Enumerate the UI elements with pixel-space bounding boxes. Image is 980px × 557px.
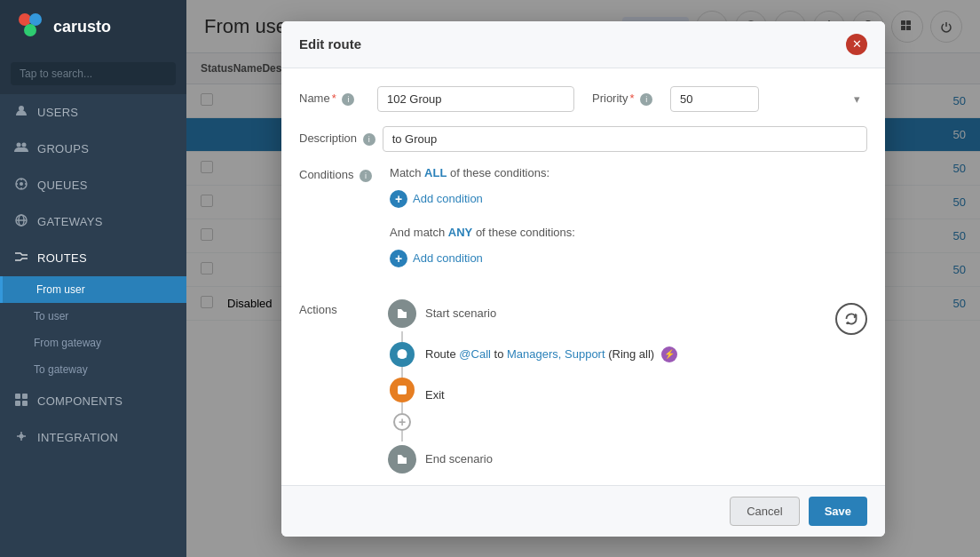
from-gateway-label: From gateway <box>34 337 101 349</box>
routes-icon <box>14 250 28 267</box>
add-all-condition-button[interactable]: + Add condition <box>390 187 483 211</box>
conditions-content: Match ALL of these conditions: + Add con… <box>390 166 867 285</box>
sidebar-item-from-gateway[interactable]: From gateway <box>0 330 186 356</box>
sidebar-routes-label: ROUTES <box>37 251 87 265</box>
vline2 <box>401 402 403 413</box>
start-scenario-label: Start scenario <box>425 306 496 320</box>
actions-timeline: Start scenario <box>388 299 826 473</box>
add-step-button[interactable]: + <box>393 413 411 431</box>
sidebar-item-from-user[interactable]: From user <box>0 276 186 303</box>
priority-required: * <box>629 92 634 105</box>
refresh-container <box>835 299 867 473</box>
end-icon <box>388 445 416 473</box>
name-info-icon[interactable]: i <box>342 93 354 106</box>
start-icon <box>388 299 416 328</box>
all-conditions-section: Match ALL of these conditions: + Add con… <box>390 166 867 211</box>
description-row: Description i <box>299 126 867 152</box>
step1-link2[interactable]: Managers, Support <box>507 346 605 360</box>
sidebar-item-routes[interactable]: ROUTES <box>0 240 186 276</box>
description-input[interactable] <box>383 126 867 152</box>
step1-content: Route @Call to Managers, Support (Ring a… <box>416 331 677 378</box>
modal-footer: Cancel Save <box>281 485 885 537</box>
svg-rect-12 <box>15 401 20 406</box>
sidebar-item-to-user[interactable]: To user <box>0 303 186 330</box>
modal-body: Name* i Priority* i 50 1 <box>281 68 885 485</box>
priority-group: Priority* i 50 100 10 ▾ <box>592 86 867 112</box>
integration-icon <box>14 429 28 446</box>
svg-point-5 <box>22 143 27 147</box>
logo-text: carusto <box>53 18 111 36</box>
vline1 <box>401 331 403 342</box>
gateways-icon <box>14 213 28 230</box>
main-content: From user selected 1 <box>186 0 980 557</box>
sidebar-item-gateways[interactable]: GATEWAYS <box>0 203 186 240</box>
carusto-logo-icon <box>14 11 46 43</box>
modal-overlay: Edit route ✕ Name* i Prio <box>186 0 980 557</box>
name-group: Name* i <box>299 86 574 112</box>
add-step-container: + <box>388 413 826 442</box>
sidebar-groups-label: GROUPS <box>37 142 89 155</box>
svg-point-2 <box>24 24 36 36</box>
actions-content: Start scenario <box>388 299 867 473</box>
sidebar-integration-label: INTEGRATION <box>37 431 118 444</box>
end-dot-container <box>388 445 416 473</box>
refresh-button[interactable] <box>835 303 867 335</box>
name-label: Name* i <box>299 92 370 106</box>
sidebar-item-to-gateway[interactable]: To gateway <box>0 356 186 383</box>
svg-point-7 <box>20 182 23 186</box>
sidebar-item-users[interactable]: USERS <box>0 94 186 131</box>
svg-point-4 <box>17 143 21 147</box>
save-button[interactable]: Save <box>809 497 867 526</box>
all-conditions-label: Match ALL of these conditions: <box>390 166 867 179</box>
modal-title: Edit route <box>299 36 361 52</box>
plus-icon-2: + <box>390 250 407 267</box>
step1-container: Route @Call to Managers, Support (Ring a… <box>388 331 826 378</box>
sidebar-item-groups[interactable]: GROUPS <box>0 131 186 167</box>
svg-point-0 <box>19 13 31 26</box>
any-conditions-section: And match ANY of these conditions: + Add… <box>390 226 867 271</box>
all-highlight: ALL <box>424 166 447 179</box>
conditions-label: Conditions i <box>299 166 372 182</box>
modal-header: Edit route ✕ <box>281 21 885 68</box>
vline1b <box>401 367 403 378</box>
step2-container: Exit <box>388 378 826 413</box>
step2-content: Exit <box>416 378 445 413</box>
svg-rect-21 <box>398 386 407 394</box>
start-dot-container <box>388 299 416 328</box>
sidebar-item-queues[interactable]: QUEUES <box>0 167 186 203</box>
search-input[interactable] <box>11 62 176 85</box>
name-priority-row: Name* i Priority* i 50 1 <box>299 86 867 112</box>
sidebar-item-integration[interactable]: INTEGRATION <box>0 419 186 456</box>
any-conditions-label: And match ANY of these conditions: <box>390 226 867 239</box>
users-icon <box>14 104 28 121</box>
edit-route-modal: Edit route ✕ Name* i Prio <box>281 21 885 537</box>
plus-icon: + <box>390 190 407 208</box>
priority-select-wrap: 50 100 10 ▾ <box>670 86 867 112</box>
step1-link1[interactable]: @Call <box>459 346 491 360</box>
svg-point-1 <box>29 13 42 26</box>
end-scenario-label: End scenario <box>425 452 493 465</box>
description-info-icon[interactable]: i <box>363 133 375 146</box>
cancel-button[interactable]: Cancel <box>730 497 799 526</box>
sidebar-users-label: USERS <box>37 106 78 119</box>
priority-select[interactable]: 50 100 10 <box>670 86 759 112</box>
conditions-info-icon[interactable]: i <box>360 170 372 182</box>
sidebar-logo: carusto <box>0 0 186 53</box>
vline3 <box>401 431 403 442</box>
step1-dot <box>390 342 415 367</box>
sidebar-gateways-label: GATEWAYS <box>37 215 103 228</box>
name-input[interactable] <box>377 86 574 112</box>
sidebar-item-components[interactable]: COMPONENTS <box>0 383 186 419</box>
add-any-condition-button[interactable]: + Add condition <box>390 246 483 271</box>
priority-info-icon[interactable]: i <box>640 93 652 106</box>
actions-label: Actions <box>299 299 370 316</box>
modal-close-button[interactable]: ✕ <box>846 34 867 55</box>
step2-line-dot <box>388 378 416 413</box>
priority-select-arrow: ▾ <box>854 92 860 106</box>
add-step-dot-col: + <box>388 413 416 442</box>
start-scenario: Start scenario <box>388 299 826 328</box>
sidebar: carusto USERS GROUPS QUEUES GATE <box>0 0 186 557</box>
sidebar-components-label: COMPONENTS <box>37 394 122 408</box>
svg-rect-11 <box>22 394 28 399</box>
to-gateway-label: To gateway <box>34 363 88 376</box>
